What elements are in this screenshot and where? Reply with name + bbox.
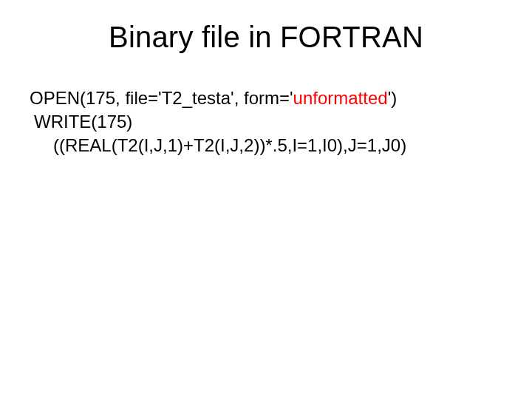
slide: Binary file in FORTRAN OPEN(175, file='T… xyxy=(0,0,532,399)
code-line-2: WRITE(175) xyxy=(30,111,502,133)
code-line-3: ((REAL(T2(I,J,1)+T2(I,J,2))*.5,I=1,I0),J… xyxy=(30,134,502,157)
code-line-1-highlight: unformatted xyxy=(293,88,388,108)
slide-title: Binary file in FORTRAN xyxy=(0,21,532,54)
code-line-1: OPEN(175, file='T2_testa', form='unforma… xyxy=(30,87,502,109)
code-line-1-post: ') xyxy=(388,88,398,108)
code-line-1-pre: OPEN(175, file='T2_testa', form=' xyxy=(30,88,293,108)
code-block: OPEN(175, file='T2_testa', form='unforma… xyxy=(30,87,502,157)
